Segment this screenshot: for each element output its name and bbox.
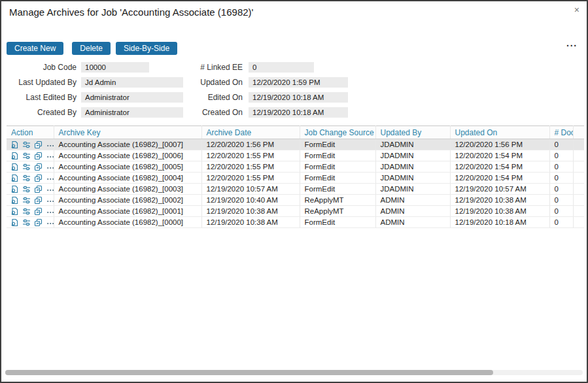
docs-count-cell: 0 <box>549 217 573 228</box>
table-row[interactable]: Accounting Associate (16982)_[0006] 12/2… <box>7 150 584 161</box>
more-actions-icon[interactable] <box>46 174 54 182</box>
table-row[interactable]: Accounting Associate (16982)_[0000] 12/1… <box>7 217 584 228</box>
view-archive-icon[interactable] <box>10 141 19 149</box>
view-archive-icon[interactable] <box>10 185 19 193</box>
archive-date-cell: 12/20/2020 1:56 PM <box>201 139 300 150</box>
updated-on-cell: 12/19/2020 10:38 AM <box>450 206 549 217</box>
view-archive-icon[interactable] <box>10 174 19 182</box>
job-change-source-cell: FormEdit <box>300 184 375 195</box>
table-row[interactable]: Accounting Associate (16982)_[0007] 12/2… <box>7 139 584 150</box>
table-row[interactable]: Accounting Associate (16982)_[0005] 12/2… <box>7 161 584 173</box>
horizontal-scrollbar[interactable] <box>5 370 583 375</box>
compare-archive-icon[interactable] <box>22 141 31 149</box>
docs-count-cell: 0 <box>549 139 573 150</box>
more-actions-icon[interactable] <box>46 152 54 160</box>
job-change-source-cell: FormEdit <box>300 173 375 184</box>
action-cell <box>7 139 54 150</box>
more-actions-icon[interactable] <box>46 207 54 216</box>
more-actions-icon[interactable] <box>46 163 54 171</box>
archive-date-cell: 12/19/2020 10:57 AM <box>201 184 300 195</box>
restore-archive-icon[interactable] <box>34 185 43 193</box>
table-row[interactable]: Accounting Associate (16982)_[0003] 12/1… <box>7 184 584 195</box>
more-options-icon[interactable]: ··· <box>566 41 578 51</box>
updated-by-cell: JDADMIN <box>375 161 450 173</box>
restore-archive-icon[interactable] <box>34 152 43 160</box>
edited-on-field[interactable]: 12/19/2020 10:18 AM <box>249 92 348 103</box>
archive-key-cell: Accounting Associate (16982)_[0004] <box>54 173 201 184</box>
archive-key-cell: Accounting Associate (16982)_[0005] <box>54 161 201 173</box>
restore-archive-icon[interactable] <box>34 141 43 149</box>
job-change-source-cell: FormEdit <box>300 139 375 150</box>
updated-on-field[interactable]: 12/20/2020 1:59 PM <box>249 77 348 88</box>
column-header-docs[interactable]: # Docs <box>549 126 573 139</box>
more-actions-icon[interactable] <box>46 218 54 227</box>
compare-archive-icon[interactable] <box>22 185 31 193</box>
column-header-updated-on[interactable]: Updated On <box>450 126 549 139</box>
filler-cell <box>573 217 584 228</box>
delete-button[interactable]: Delete <box>72 42 111 55</box>
edited-on-label: Edited On <box>188 93 243 102</box>
column-header-job-change-source[interactable]: Job Change Source <box>300 126 375 139</box>
archive-date-cell: 12/20/2020 1:55 PM <box>201 161 300 173</box>
action-cell <box>7 195 54 206</box>
view-archive-icon[interactable] <box>10 218 19 227</box>
column-header-archive-key[interactable]: Archive Key <box>54 126 201 139</box>
job-code-field[interactable]: 10000 <box>81 62 149 73</box>
filler-cell <box>573 139 584 150</box>
job-change-source-cell: FormEdit <box>300 217 375 228</box>
form-left-column: Job Code 10000 Last Updated By Jd Admin … <box>7 62 183 122</box>
side-by-side-button[interactable]: Side-By-Side <box>116 42 177 55</box>
linked-ee-field[interactable]: 0 <box>249 62 314 73</box>
last-edited-by-field[interactable]: Administrator <box>81 92 183 103</box>
view-archive-icon[interactable] <box>10 196 19 205</box>
archive-key-cell: Accounting Associate (16982)_[0001] <box>54 206 201 217</box>
view-archive-icon[interactable] <box>10 152 19 160</box>
view-archive-icon[interactable] <box>10 163 19 171</box>
column-header-action[interactable]: Action <box>7 126 54 139</box>
archives-table: Action Archive Key Archive Date Job Chan… <box>7 125 584 228</box>
filler-cell <box>573 173 584 184</box>
job-code-label: Job Code <box>7 63 77 72</box>
updated-on-cell: 12/20/2020 1:54 PM <box>450 161 549 173</box>
restore-archive-icon[interactable] <box>34 196 43 205</box>
column-header-filler <box>573 126 584 139</box>
action-cell <box>7 184 54 195</box>
archive-date-cell: 12/20/2020 1:55 PM <box>201 173 300 184</box>
compare-archive-icon[interactable] <box>22 163 31 171</box>
table-header-row: Action Archive Key Archive Date Job Chan… <box>7 126 584 139</box>
scrollbar-thumb[interactable] <box>5 370 493 375</box>
last-updated-by-field[interactable]: Jd Admin <box>81 77 183 88</box>
column-header-archive-date[interactable]: Archive Date <box>201 126 300 139</box>
table-row[interactable]: Accounting Associate (16982)_[0002] 12/1… <box>7 195 584 206</box>
more-actions-icon[interactable] <box>46 196 54 205</box>
more-actions-icon[interactable] <box>46 185 54 193</box>
table-row[interactable]: Accounting Associate (16982)_[0004] 12/2… <box>7 173 584 184</box>
last-updated-by-label: Last Updated By <box>7 78 77 87</box>
created-by-label: Created By <box>7 108 77 117</box>
docs-count-cell: 0 <box>549 206 573 217</box>
table-row[interactable]: Accounting Associate (16982)_[0001] 12/1… <box>7 206 584 217</box>
view-archive-icon[interactable] <box>10 207 19 216</box>
docs-count-cell: 0 <box>549 195 573 206</box>
created-by-field[interactable]: Administrator <box>81 107 183 118</box>
archive-table-body: Accounting Associate (16982)_[0007] 12/2… <box>7 139 584 228</box>
created-on-field[interactable]: 12/19/2020 10:18 AM <box>249 107 348 118</box>
restore-archive-icon[interactable] <box>34 174 43 182</box>
compare-archive-icon[interactable] <box>22 152 31 160</box>
close-icon[interactable]: × <box>574 5 579 14</box>
column-header-updated-by[interactable]: Updated By <box>375 126 450 139</box>
updated-on-cell: 12/20/2020 1:54 PM <box>450 173 549 184</box>
archive-date-cell: 12/19/2020 10:38 AM <box>201 217 300 228</box>
create-new-button[interactable]: Create New <box>7 42 63 55</box>
compare-archive-icon[interactable] <box>22 207 31 216</box>
archive-key-cell: Accounting Associate (16982)_[0007] <box>54 139 201 150</box>
restore-archive-icon[interactable] <box>34 218 43 227</box>
compare-archive-icon[interactable] <box>22 174 31 182</box>
compare-archive-icon[interactable] <box>22 218 31 227</box>
restore-archive-icon[interactable] <box>34 163 43 171</box>
compare-archive-icon[interactable] <box>22 196 31 205</box>
archive-date-cell: 12/20/2020 1:55 PM <box>201 150 300 161</box>
more-actions-icon[interactable] <box>46 141 54 149</box>
manage-archives-dialog: Manage Archives for Job 'Accounting Asso… <box>0 0 588 383</box>
restore-archive-icon[interactable] <box>34 207 43 216</box>
